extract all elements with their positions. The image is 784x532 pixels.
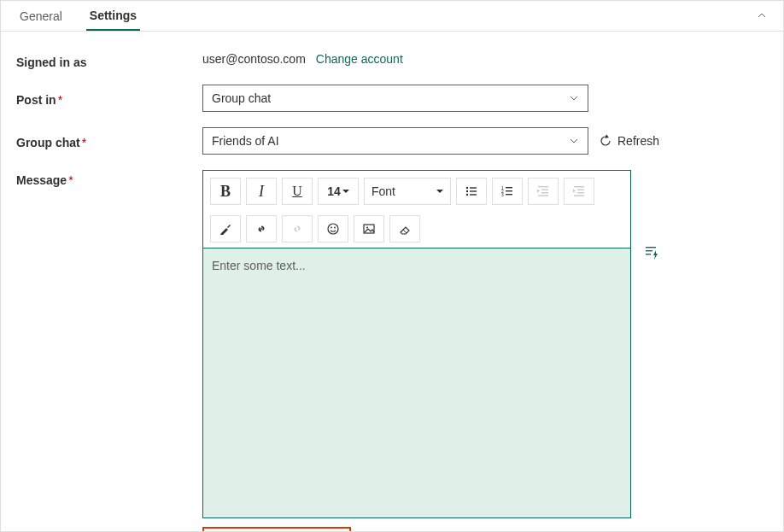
label-post-in: Post in* [16, 90, 202, 107]
unlink-button[interactable] [282, 215, 313, 243]
svg-rect-5 [470, 194, 477, 195]
eyedropper-icon [219, 222, 232, 236]
indent-button[interactable] [564, 178, 594, 205]
font-family-value: Font [372, 184, 395, 198]
group-chat-select[interactable]: Friends of AI [202, 127, 588, 155]
settings-panel: Signed in as user@contoso.com Change acc… [1, 32, 783, 532]
lightning-icon [643, 243, 660, 260]
label-message: Message* [16, 170, 202, 187]
svg-point-24 [366, 227, 368, 229]
row-message: Message* B I U 14 Font [16, 170, 768, 532]
svg-point-21 [331, 227, 332, 229]
editor-toolbar: B I U 14 Font [203, 171, 630, 248]
row-signed-in: Signed in as user@contoso.com Change acc… [16, 52, 768, 69]
svg-rect-16 [574, 186, 584, 187]
svg-text:3: 3 [501, 192, 504, 197]
svg-rect-25 [646, 247, 656, 248]
outdent-icon [536, 184, 550, 198]
change-account-link[interactable]: Change account [316, 52, 403, 66]
label-group-chat: Group chat* [16, 132, 202, 149]
font-family-select[interactable]: Font [364, 178, 451, 205]
svg-rect-27 [646, 254, 651, 254]
italic-button[interactable]: I [246, 178, 277, 205]
post-in-value: Group chat [212, 91, 271, 105]
color-picker-button[interactable] [210, 215, 241, 243]
tab-general[interactable]: General [16, 3, 66, 30]
svg-point-4 [466, 194, 468, 196]
caret-down-icon [436, 188, 443, 195]
number-list-button[interactable]: 123 [492, 178, 523, 205]
caret-down-icon [342, 188, 349, 195]
image-button[interactable] [354, 215, 384, 243]
label-group-chat-text: Group chat [16, 136, 80, 149]
message-input[interactable]: Enter some text... [203, 248, 630, 517]
dynamic-content-button[interactable] [643, 243, 660, 260]
svg-point-22 [334, 227, 336, 229]
svg-rect-1 [470, 187, 477, 188]
svg-rect-12 [538, 186, 548, 187]
eraser-button[interactable] [389, 215, 420, 243]
label-message-text: Message [16, 173, 67, 187]
chevron-down-icon [569, 93, 579, 103]
svg-rect-19 [574, 196, 584, 196]
editor-placeholder: Enter some text... [212, 259, 306, 272]
row-group-chat: Group chat* Friends of AI Refresh [16, 127, 768, 155]
emoji-button[interactable] [318, 215, 348, 243]
eraser-icon [398, 222, 412, 236]
svg-rect-14 [541, 192, 548, 193]
refresh-label: Refresh [617, 134, 659, 148]
post-in-select[interactable]: Group chat [202, 85, 588, 112]
svg-point-20 [328, 224, 338, 234]
link-icon [255, 222, 268, 236]
svg-rect-3 [470, 190, 477, 191]
svg-rect-9 [506, 190, 512, 191]
svg-rect-26 [646, 250, 652, 251]
underline-button[interactable]: U [282, 178, 313, 205]
editor-wrap: B I U 14 Font [202, 170, 631, 518]
svg-rect-11 [506, 194, 512, 195]
refresh-button[interactable]: Refresh [599, 134, 659, 148]
number-list-icon: 123 [500, 184, 514, 198]
bold-button[interactable]: B [210, 178, 241, 205]
bullet-list-icon [465, 184, 478, 198]
font-size-value: 14 [327, 184, 341, 198]
svg-rect-18 [577, 192, 584, 193]
signed-in-email: user@contoso.com [202, 52, 306, 66]
svg-point-2 [466, 190, 468, 192]
svg-rect-17 [577, 190, 584, 190]
label-signed-in: Signed in as [16, 52, 202, 69]
refresh-icon [599, 134, 612, 148]
chevron-down-icon [569, 136, 579, 146]
outdent-button[interactable] [528, 178, 559, 205]
required-asterisk: * [82, 136, 86, 149]
indent-icon [572, 184, 586, 198]
font-size-select[interactable]: 14 [318, 178, 359, 205]
tab-settings[interactable]: Settings [86, 2, 140, 31]
group-chat-value: Friends of AI [212, 134, 279, 148]
bullet-list-button[interactable] [456, 178, 487, 205]
row-post-in: Post in* Group chat [16, 85, 768, 112]
message-editor: B I U 14 Font [202, 170, 631, 518]
emoji-icon [326, 222, 340, 236]
label-post-in-text: Post in [16, 93, 56, 107]
view-expression-builder-link[interactable]: View in expression builder [202, 527, 351, 532]
unlink-icon [290, 222, 304, 236]
svg-rect-7 [506, 187, 512, 188]
link-button[interactable] [246, 215, 277, 243]
svg-point-0 [466, 187, 468, 189]
svg-rect-15 [538, 196, 548, 196]
required-asterisk: * [58, 93, 62, 107]
collapse-icon[interactable] [756, 9, 768, 21]
tabs-bar: General Settings [1, 1, 783, 32]
image-icon [362, 222, 376, 236]
svg-rect-13 [541, 190, 548, 190]
required-asterisk: * [68, 173, 73, 187]
